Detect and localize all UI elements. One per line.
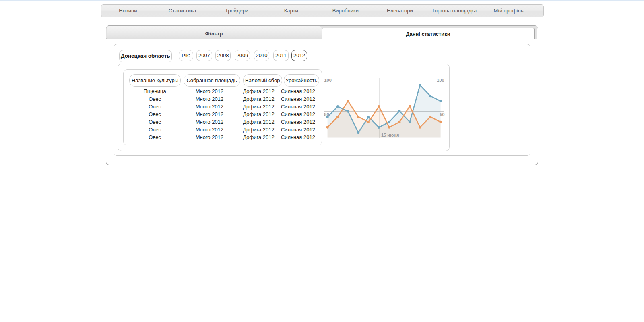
svg-text:100: 100 xyxy=(324,78,332,83)
svg-text:100: 100 xyxy=(437,78,444,83)
svg-text:50: 50 xyxy=(324,112,329,117)
svg-text:15 июня: 15 июня xyxy=(381,133,399,137)
svg-text:50: 50 xyxy=(440,112,445,117)
